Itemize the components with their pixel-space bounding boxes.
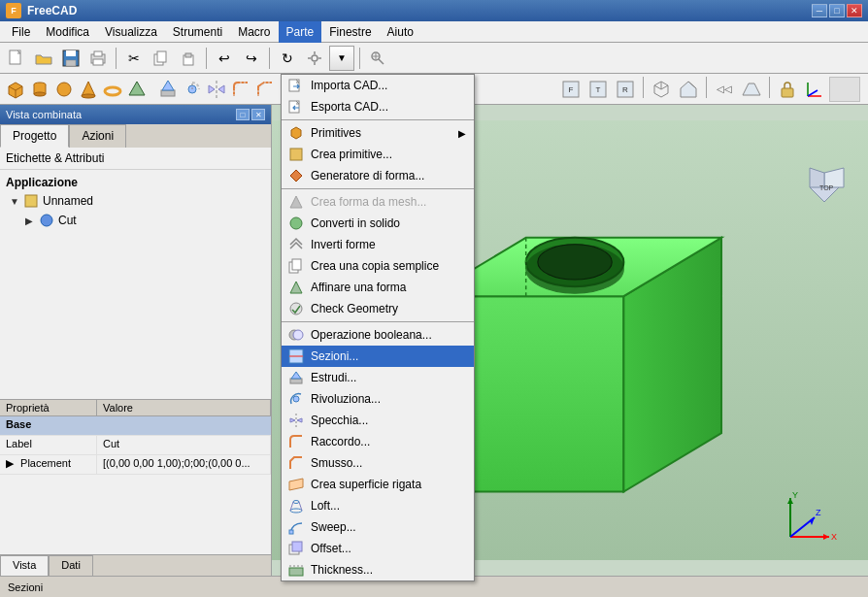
undo-button[interactable]: ↩ bbox=[212, 46, 237, 71]
svg-marker-28 bbox=[129, 82, 145, 95]
panel-close-btn[interactable]: ✕ bbox=[251, 109, 265, 120]
box-button[interactable] bbox=[4, 77, 27, 102]
menu-strumenti[interactable]: Strumenti bbox=[165, 21, 230, 43]
menu-importa-cad[interactable]: Importa CAD... bbox=[282, 75, 474, 96]
minimize-button[interactable]: ─ bbox=[812, 4, 827, 17]
settings-button[interactable] bbox=[302, 46, 327, 71]
view-cube[interactable]: TOP bbox=[790, 153, 858, 224]
menu-crea-primitive[interactable]: Crea primitive... bbox=[282, 144, 474, 165]
empty-space-btn[interactable] bbox=[829, 77, 860, 102]
panel-controls: □ ✕ bbox=[236, 109, 265, 120]
menu-generatore[interactable]: Generatore di forma... bbox=[282, 165, 474, 186]
menu-raccordo[interactable]: Raccordo... bbox=[282, 431, 474, 452]
menu-specchia[interactable]: Specchia... bbox=[282, 410, 474, 431]
rivoluziona-icon bbox=[287, 390, 305, 408]
prop-placement-name: ▶ Placement bbox=[0, 455, 97, 474]
inverti-forme-icon bbox=[287, 236, 305, 253]
redo-button[interactable]: ↪ bbox=[239, 46, 264, 71]
copy-button[interactable] bbox=[149, 46, 174, 71]
mirror-tool[interactable] bbox=[205, 77, 228, 102]
extrude-tool[interactable] bbox=[156, 77, 180, 102]
menu-converti-solido[interactable]: Converti in solido bbox=[282, 213, 474, 234]
view-perspective[interactable] bbox=[739, 77, 764, 102]
panel-title: Vista combinata bbox=[6, 109, 82, 120]
view-home[interactable] bbox=[676, 77, 701, 102]
menu-estrudi[interactable]: Estrudi... bbox=[282, 367, 474, 388]
menu-affinare[interactable]: Affinare una forma bbox=[282, 277, 474, 298]
svg-text:Y: Y bbox=[792, 490, 798, 500]
svg-point-55 bbox=[41, 215, 52, 226]
menu-operazione-booleana[interactable]: Operazione booleana... bbox=[282, 324, 474, 346]
menu-rivoluziona[interactable]: Rivoluziona... bbox=[282, 388, 474, 410]
save-button[interactable] bbox=[58, 46, 83, 71]
menu-loft[interactable]: Loft... bbox=[282, 495, 474, 516]
fillet-tool[interactable] bbox=[229, 77, 252, 102]
axis-button[interactable] bbox=[802, 77, 827, 102]
menu-offset[interactable]: Offset... bbox=[282, 538, 474, 559]
tab-dati[interactable]: Dati bbox=[49, 555, 93, 576]
menu-modifica[interactable]: Modifica bbox=[38, 21, 97, 43]
menu-esporta-cad[interactable]: Esporta CAD... bbox=[282, 96, 474, 117]
menu-primitives[interactable]: Primitives ▶ bbox=[282, 122, 474, 144]
open-button[interactable] bbox=[31, 46, 56, 71]
tree-item-unnamed[interactable]: ▼ Unnamed bbox=[6, 191, 265, 211]
print-button[interactable] bbox=[85, 46, 111, 71]
lock-button[interactable] bbox=[775, 77, 800, 102]
status-text: Sezioni bbox=[8, 581, 43, 593]
cylinder-button[interactable] bbox=[28, 77, 51, 102]
menu-inverti-forme[interactable]: Inverti forme bbox=[282, 234, 474, 255]
chamfer-tool[interactable] bbox=[253, 77, 277, 102]
tab-vista[interactable]: Vista bbox=[0, 555, 49, 576]
menu-thickness[interactable]: Thickness... bbox=[282, 559, 474, 580]
maximize-button[interactable]: □ bbox=[829, 4, 845, 17]
svg-rect-29 bbox=[161, 90, 175, 96]
view-right[interactable]: R bbox=[613, 77, 638, 102]
panel-tabs: Progetto Azioni bbox=[0, 124, 271, 148]
bottom-tabs: Vista Dati bbox=[0, 554, 271, 576]
menu-visualizza[interactable]: Visualizza bbox=[97, 21, 165, 43]
torus-button[interactable] bbox=[101, 77, 124, 102]
cut-button[interactable]: ✂ bbox=[121, 46, 147, 71]
view-extra[interactable]: ◁◁ bbox=[712, 77, 737, 102]
svg-point-27 bbox=[105, 87, 120, 95]
sep-1 bbox=[282, 119, 474, 120]
placement-expand[interactable]: ▶ bbox=[6, 457, 14, 469]
zoom-fit-button[interactable] bbox=[365, 46, 390, 71]
menu-check-geometry[interactable]: Check Geometry bbox=[282, 298, 474, 319]
specchia-label: Specchia... bbox=[311, 414, 368, 427]
menu-smusso[interactable]: Smusso... bbox=[282, 452, 474, 474]
menu-finestre[interactable]: Finestre bbox=[321, 21, 379, 43]
paste-button[interactable] bbox=[176, 46, 201, 71]
menu-aiuto[interactable]: Aiuto bbox=[380, 21, 421, 43]
refresh-button[interactable]: ↻ bbox=[275, 46, 300, 71]
menu-file[interactable]: File bbox=[4, 21, 38, 43]
close-button[interactable]: ✕ bbox=[847, 4, 862, 17]
tab-azioni[interactable]: Azioni bbox=[69, 124, 126, 148]
tab-progetto[interactable]: Progetto bbox=[0, 124, 69, 148]
svg-rect-100 bbox=[289, 530, 293, 534]
smusso-icon bbox=[287, 454, 305, 472]
cone-button[interactable] bbox=[77, 77, 100, 102]
menu-sweep[interactable]: Sweep... bbox=[282, 516, 474, 538]
prism-button[interactable] bbox=[125, 77, 149, 102]
dropdown-btn[interactable]: ▼ bbox=[329, 46, 354, 71]
new-button[interactable] bbox=[4, 46, 29, 71]
menu-macro[interactable]: Macro bbox=[230, 21, 278, 43]
rivoluziona-label: Rivoluziona... bbox=[311, 392, 381, 406]
expand-unnamed[interactable]: ▼ bbox=[10, 196, 23, 207]
tree-item-cut[interactable]: ▶ Cut bbox=[6, 211, 265, 230]
menu-copia-semplice[interactable]: Crea una copia semplice bbox=[282, 255, 474, 277]
view-front[interactable]: F bbox=[558, 77, 584, 102]
view-top[interactable]: T bbox=[585, 77, 611, 102]
svg-rect-6 bbox=[93, 59, 103, 65]
t2-sep4 bbox=[643, 77, 644, 98]
view-iso[interactable] bbox=[649, 77, 674, 102]
revolve-tool[interactable] bbox=[181, 77, 204, 102]
expand-cut[interactable]: ▶ bbox=[25, 216, 39, 226]
menu-crea-superficie[interactable]: Crea superficie rigata bbox=[282, 474, 474, 495]
sphere-button[interactable] bbox=[52, 77, 76, 102]
menu-parte[interactable]: Parte bbox=[279, 21, 322, 43]
panel-float-btn[interactable]: □ bbox=[236, 109, 250, 120]
menu-sezioni[interactable]: Sezioni... bbox=[282, 346, 474, 367]
crea-primitive-icon bbox=[287, 146, 305, 163]
